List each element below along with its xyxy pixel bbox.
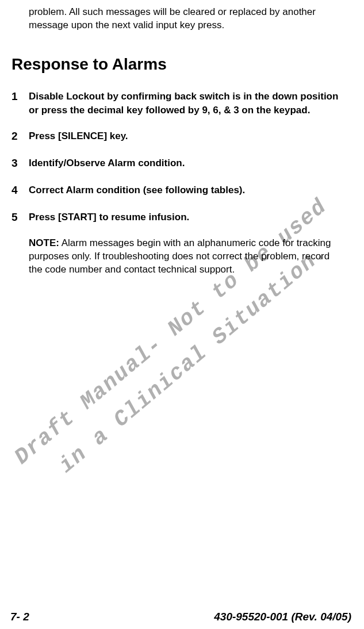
step-number: 4 (12, 183, 24, 198)
step-2: 2 Press [SILENCE] key. (29, 129, 344, 144)
step-4: 4 Correct Alarm condition (see following… (29, 183, 344, 198)
step-text: Identify/Observe Alarm condition. (29, 156, 344, 170)
step-text: Press [SILENCE] key. (29, 129, 344, 143)
step-number: 5 (12, 210, 24, 225)
step-3: 3 Identify/Observe Alarm condition. (29, 156, 344, 171)
step-number: 3 (12, 156, 24, 171)
step-text: Press [START] to resume infusion. (29, 210, 344, 224)
note-label: NOTE: (29, 237, 59, 248)
step-text: Disable Lockout by confirming back switc… (29, 90, 344, 117)
note-paragraph: NOTE: Alarm messages begin with an alpha… (29, 237, 344, 277)
intro-paragraph: problem. All such messages will be clear… (29, 6, 344, 32)
step-text: Correct Alarm condition (see following t… (29, 183, 344, 197)
section-heading: Response to Alarms (12, 55, 344, 74)
step-number: 2 (12, 129, 24, 144)
step-5: 5 Press [START] to resume infusion. (29, 210, 344, 225)
footer-page-number: 7- 2 (10, 611, 29, 623)
footer-doc-id: 430-95520-001 (Rev. 04/05) (214, 611, 351, 623)
step-number: 1 (12, 90, 24, 104)
page-footer: 7- 2 430-95520-001 (Rev. 04/05) (10, 611, 351, 623)
note-body: Alarm messages begin with an alphanumeri… (29, 237, 331, 275)
step-1: 1 Disable Lockout by confirming back swi… (29, 90, 344, 117)
